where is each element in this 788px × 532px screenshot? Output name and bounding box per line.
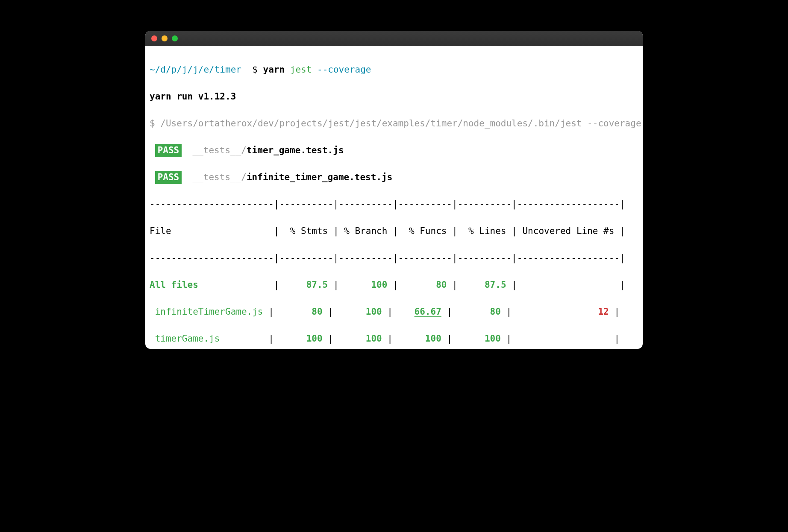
- terminal-output: ~/d/p/j/j/e/timer $ yarn jest --coverage…: [145, 46, 643, 349]
- minimize-icon[interactable]: [162, 35, 168, 41]
- close-icon[interactable]: [151, 35, 157, 41]
- table-separator: -----------------------|----------|-----…: [145, 198, 643, 211]
- prompt-line: ~/d/p/j/j/e/timer $ yarn jest --coverage: [145, 63, 643, 77]
- table-row: All files | 87.5 | 100 | 80 | 87.5 | |: [145, 278, 643, 292]
- table-header: File | % Stmts | % Branch | % Funcs | % …: [145, 225, 643, 238]
- pass-badge: PASS: [155, 144, 182, 158]
- test-file: timer_game.test.js: [247, 145, 344, 155]
- cmd-yarn: yarn: [263, 64, 285, 75]
- test-dir: __tests__/: [193, 172, 247, 182]
- table-row: timerGame.js | 100 | 100 | 100 | 100 | |: [145, 332, 643, 346]
- prompt-path: ~/d/p/j/j/e/timer: [150, 64, 241, 75]
- cmd-flag: --coverage: [317, 64, 371, 75]
- table-separator: -----------------------|----------|-----…: [145, 251, 643, 265]
- maximize-icon[interactable]: [172, 35, 178, 41]
- exec-line: $ /Users/ortatherox/dev/projects/jest/je…: [145, 117, 643, 131]
- test-dir: __tests__/: [193, 145, 247, 155]
- terminal-window: ~/d/p/j/j/e/timer $ yarn jest --coverage…: [145, 31, 643, 349]
- pass-badge: PASS: [155, 171, 182, 184]
- pass-result: PASS __tests__/timer_game.test.js: [145, 144, 643, 158]
- yarn-version: yarn run v1.12.3: [145, 90, 643, 104]
- prompt-symbol: $: [252, 64, 258, 75]
- table-row: infiniteTimerGame.js | 80 | 100 | 66.67 …: [145, 305, 643, 319]
- cmd-jest: jest: [290, 64, 312, 75]
- test-file: infinite_timer_game.test.js: [247, 172, 392, 182]
- pass-result: PASS __tests__/infinite_timer_game.test.…: [145, 171, 643, 184]
- window-titlebar: [145, 31, 643, 46]
